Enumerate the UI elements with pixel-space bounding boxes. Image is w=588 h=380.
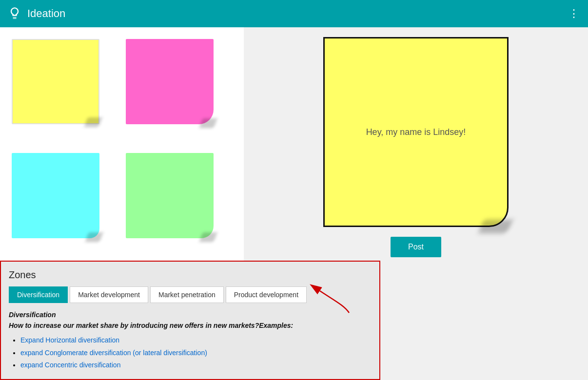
large-note-text: Hey, my name is Lindsey! <box>366 127 466 137</box>
bulb-icon <box>8 7 21 20</box>
tab-diversification[interactable]: Diversification <box>9 286 68 303</box>
sticky-note-yellow[interactable] <box>12 39 99 124</box>
tab-market-development[interactable]: Market development <box>70 286 148 303</box>
sticky-note-green[interactable] <box>126 153 214 238</box>
large-sticky-note[interactable]: Hey, my name is Lindsey! <box>323 37 509 227</box>
app-title: Ideation <box>27 7 65 20</box>
list-item: expand Conglomerate diversification (or … <box>20 347 372 359</box>
arrow-annotation <box>315 286 354 315</box>
list-item: Expand Horizontal diversification <box>20 334 372 346</box>
header-left: Ideation <box>8 7 65 20</box>
zones-title: Zones <box>9 269 372 281</box>
list-item-link-2[interactable]: expand Conglomerate diversification (or … <box>20 349 207 357</box>
zone-list: Expand Horizontal diversification expand… <box>9 334 372 371</box>
list-item-link-1[interactable]: Expand Horizontal diversification <box>20 336 119 344</box>
zone-content: Diversification How to increase our mark… <box>9 311 372 371</box>
list-item: expand Concentric diversification <box>20 359 372 371</box>
zones-panel: Zones Diversification Market development… <box>0 261 380 380</box>
tab-market-penetration[interactable]: Market penetration <box>150 286 224 303</box>
main-content: Hey, my name is Lindsey! Post Zones Dive… <box>0 27 588 380</box>
list-item-link-3[interactable]: expand Concentric diversification <box>20 361 120 369</box>
sticky-note-cyan[interactable] <box>12 153 99 238</box>
app-header: Ideation ⋮ <box>0 0 588 27</box>
sticky-note-pink[interactable] <box>126 39 214 124</box>
sticky-notes-grid <box>0 27 244 271</box>
menu-dots-icon[interactable]: ⋮ <box>568 7 580 20</box>
post-button[interactable]: Post <box>391 237 441 257</box>
tab-product-development[interactable]: Product development <box>226 286 307 303</box>
zone-description: How to increase our market share by intr… <box>9 322 372 329</box>
